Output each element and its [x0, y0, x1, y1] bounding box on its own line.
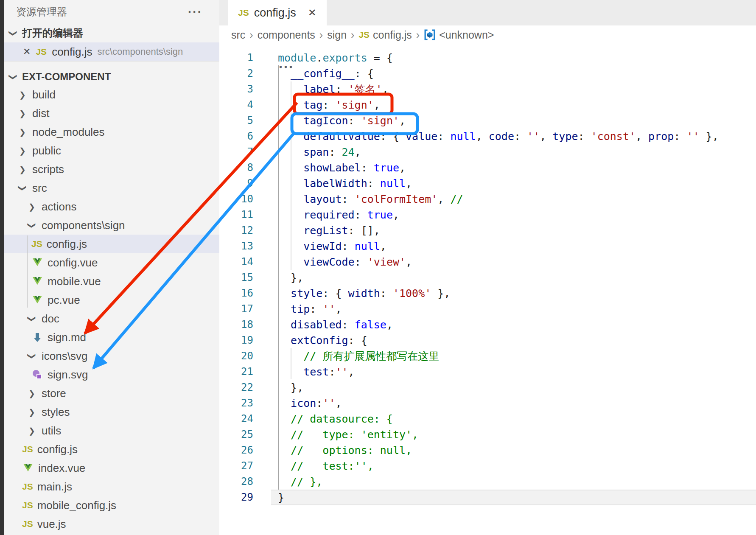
js-file-icon: JS	[238, 8, 249, 18]
code-line-content[interactable]: regList: [],	[271, 223, 756, 238]
code-line-10[interactable]: 10 layout: 'colFormItem', //	[219, 191, 756, 207]
close-icon[interactable]: ✕	[308, 7, 316, 19]
code-line-8[interactable]: 8 showLabel: true,	[219, 160, 756, 176]
code-line-18[interactable]: 18 disabled: false,	[219, 317, 756, 333]
code-line-29[interactable]: 29}	[219, 490, 756, 505]
tree-item-label: public	[32, 144, 61, 157]
code-line-content[interactable]: },	[271, 380, 756, 395]
tree-item-index-vue[interactable]: index.vue	[4, 459, 219, 477]
code-line-content[interactable]: },	[271, 270, 756, 286]
code-line-15[interactable]: 15 },	[219, 270, 756, 286]
project-section-header[interactable]: ❯ EXT-COMPONENT	[4, 68, 219, 85]
code-line-content[interactable]: // },	[271, 474, 756, 490]
code-line-17[interactable]: 17 tip: '',	[219, 301, 756, 317]
chevron-right-icon: ❯	[26, 389, 37, 398]
code-line-content[interactable]: tip: '',	[271, 301, 756, 317]
js-file-icon: JS	[22, 519, 33, 529]
code-line-content[interactable]: showLabel: true,	[271, 160, 756, 176]
code-line-12[interactable]: 12 regList: [],	[219, 223, 756, 238]
close-icon[interactable]: ✕	[23, 46, 31, 57]
tree-item-icons-svg[interactable]: ❯icons\svg	[4, 347, 219, 365]
tree-item-utils[interactable]: ❯utils	[4, 421, 219, 440]
tree-item-styles[interactable]: ❯styles	[4, 403, 219, 421]
code-line-content[interactable]: // test:'',	[271, 458, 756, 474]
tree-item-build[interactable]: ❯build	[4, 85, 219, 104]
code-line-26[interactable]: 26 // options: null,	[219, 443, 756, 458]
code-line-1[interactable]: 1module.exports = {	[219, 50, 756, 66]
code-line-11[interactable]: 11 required: true,	[219, 207, 756, 223]
tree-item-label: vue.js	[37, 518, 66, 531]
code-line-19[interactable]: 19 extConfig: {	[219, 333, 756, 348]
tree-item-doc[interactable]: ❯doc	[4, 309, 219, 328]
tab-config-js[interactable]: JS config.js ✕	[228, 0, 327, 25]
code-line-2[interactable]: 2 __config__: {	[219, 66, 756, 81]
tree-item-vue-js[interactable]: JSvue.js	[4, 515, 219, 533]
open-editor-item-config-js[interactable]: ✕ JS config.js src\components\sign	[4, 42, 219, 62]
code-line-content[interactable]: icon:'',	[271, 395, 756, 411]
tree-item-sign-md[interactable]: sign.md	[4, 328, 219, 347]
code-line-content[interactable]: layout: 'colFormItem', //	[271, 191, 756, 207]
code-line-23[interactable]: 23 icon:'',	[219, 395, 756, 411]
tree-item-pc-vue[interactable]: pc.vue	[4, 291, 219, 309]
code-line-6[interactable]: 6 defaultValue: { value: null, code: '',…	[219, 129, 756, 144]
tree-item-sign-svg[interactable]: sign.svg	[4, 365, 219, 384]
code-line-content[interactable]: defaultValue: { value: null, code: '', t…	[271, 129, 756, 144]
tree-item-config-js[interactable]: JSconfig.js	[4, 235, 219, 253]
tree-item-public[interactable]: ❯public	[4, 141, 219, 160]
code-line-28[interactable]: 28 // },	[219, 474, 756, 490]
breadcrumb-item-sign[interactable]: sign	[327, 29, 347, 41]
more-actions-icon[interactable]: ···	[188, 5, 202, 19]
code-line-22[interactable]: 22 },	[219, 380, 756, 395]
code-line-content[interactable]: // type: 'entity',	[271, 427, 756, 443]
code-line-9[interactable]: 9 labelWidth: null,	[219, 176, 756, 191]
code-line-3[interactable]: 3 label: '签名',	[219, 81, 756, 97]
breadcrumb-item-config-js[interactable]: JSconfig.js	[358, 29, 412, 41]
tree-item-node-modules[interactable]: ❯node_modules	[4, 123, 219, 141]
code-line-4[interactable]: 4 tag: 'sign',	[219, 97, 756, 113]
tree-item-main-js[interactable]: JSmain.js	[4, 477, 219, 496]
code-line-content[interactable]: labelWidth: null,	[271, 176, 756, 191]
code-line-content[interactable]: span: 24,	[271, 144, 756, 160]
code-line-5[interactable]: 5 tagIcon: 'sign',	[219, 113, 756, 129]
tree-item-scripts[interactable]: ❯scripts	[4, 160, 219, 179]
code-line-content[interactable]: tagIcon: 'sign',	[271, 113, 756, 129]
code-line-content[interactable]: test:'',	[271, 364, 756, 380]
breadcrumb-item-src[interactable]: src	[231, 29, 245, 41]
code-line-content[interactable]: module.exports = {	[271, 50, 756, 66]
code-line-content[interactable]: tag: 'sign',	[271, 97, 756, 113]
tree-item-config-js[interactable]: JSconfig.js	[4, 440, 219, 459]
code-line-13[interactable]: 13 viewId: null,	[219, 238, 756, 254]
tree-item-src[interactable]: ❯src	[4, 179, 219, 197]
code-line-content[interactable]: // options: null,	[271, 443, 756, 458]
tree-item-mobile-vue[interactable]: mobile.vue	[4, 272, 219, 291]
tree-item-store[interactable]: ❯store	[4, 384, 219, 403]
tree-item-components-sign[interactable]: ❯components\sign	[4, 216, 219, 235]
breadcrumb-item-components[interactable]: components	[258, 29, 315, 41]
code-line-content[interactable]: disabled: false,	[271, 317, 756, 333]
code-line-content[interactable]: label: '签名',	[271, 81, 756, 97]
open-editors-section-header[interactable]: ❯ 打开的编辑器	[4, 24, 219, 42]
tree-item-mobile-config-js[interactable]: JSmobile_config.js	[4, 496, 219, 515]
code-line-25[interactable]: 25 // type: 'entity',	[219, 427, 756, 443]
line-number: 19	[219, 333, 253, 348]
code-line-7[interactable]: 7 span: 24,	[219, 144, 756, 160]
breadcrumb-item--unknown-[interactable]: <unknown>	[424, 29, 494, 41]
code-line-content[interactable]: extConfig: {	[271, 333, 756, 348]
code-line-content[interactable]: __config__: {	[271, 66, 756, 81]
code-line-content[interactable]: // datasource: {	[271, 411, 756, 427]
tree-item-dist[interactable]: ❯dist	[4, 104, 219, 123]
code-line-21[interactable]: 21 test:'',	[219, 364, 756, 380]
code-line-27[interactable]: 27 // test:'',	[219, 458, 756, 474]
code-line-content[interactable]: }	[271, 490, 756, 505]
code-line-content[interactable]: style: { width: '100%' },	[271, 286, 756, 301]
code-line-content[interactable]: viewId: null,	[271, 238, 756, 254]
code-line-14[interactable]: 14 viewCode: 'view',	[219, 254, 756, 270]
code-line-20[interactable]: 20 // 所有扩展属性都写在这里	[219, 348, 756, 364]
tree-item-actions[interactable]: ❯actions	[4, 197, 219, 216]
code-line-24[interactable]: 24 // datasource: {	[219, 411, 756, 427]
code-line-content[interactable]: viewCode: 'view',	[271, 254, 756, 270]
code-line-16[interactable]: 16 style: { width: '100%' },	[219, 286, 756, 301]
tree-item-config-vue[interactable]: config.vue	[4, 253, 219, 272]
code-line-content[interactable]: required: true,	[271, 207, 756, 223]
code-line-content[interactable]: // 所有扩展属性都写在这里	[271, 348, 756, 364]
